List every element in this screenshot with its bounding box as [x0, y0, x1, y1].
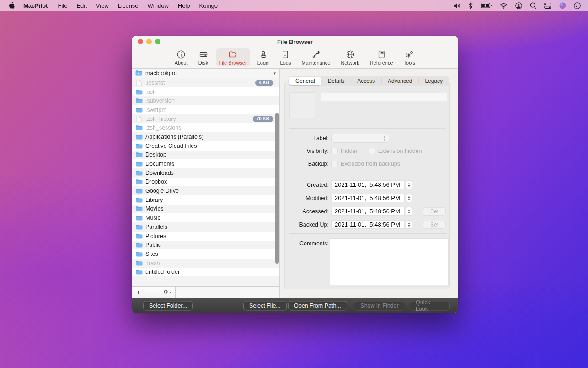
apple-menu-icon[interactable] [5, 2, 19, 9]
list-item[interactable]: Desktop [132, 151, 279, 160]
file-name: Sites [145, 251, 273, 257]
toolbar-item-tools[interactable]: Tools [401, 48, 419, 66]
list-item[interactable]: .zsh_history 70 KB [132, 114, 279, 124]
select-folder-button[interactable]: Select Folder... [143, 301, 193, 310]
close-window-button[interactable] [138, 39, 143, 44]
folder-icon [135, 197, 143, 203]
size-badge: 70 KB [253, 116, 273, 122]
list-item[interactable]: Trash [132, 259, 279, 268]
menu-item[interactable]: Window [143, 2, 173, 9]
wifi-icon[interactable] [500, 3, 508, 9]
menu-item[interactable]: MacPilot [19, 2, 53, 9]
menu-item[interactable]: Edit [72, 2, 91, 9]
toolbar-item-maintenance[interactable]: Maintenance [298, 48, 333, 66]
toolbar-item-reference[interactable]: Reference [367, 48, 396, 66]
scrollbar-thumb[interactable] [275, 113, 279, 264]
tab-advanced[interactable]: Advanced [381, 77, 418, 85]
toolbar-item-about[interactable]: About [171, 48, 191, 66]
siri-icon[interactable] [559, 2, 566, 9]
excluded-from-backups-label: Excluded from backups [341, 161, 400, 167]
tab-details[interactable]: Details [321, 77, 351, 85]
volume-selector[interactable]: macbookpro ▾ [132, 69, 279, 78]
set-accessed-button[interactable]: Set [423, 207, 446, 216]
select-file-button[interactable]: Select File... [243, 301, 287, 310]
comments-textarea[interactable] [330, 238, 449, 285]
volume-icon[interactable] [453, 3, 461, 9]
modified-date-field[interactable]: 2021-11-01, 5:48:56 PM [331, 194, 405, 202]
backup-caption: Backup: [285, 161, 329, 167]
minimize-window-button[interactable] [146, 39, 152, 44]
menu-item[interactable]: View [91, 2, 113, 9]
item-name-field[interactable] [321, 93, 448, 102]
accessed-date-field[interactable]: 2021-11-01, 5:48:56 PM [331, 207, 405, 216]
control-center-icon[interactable] [544, 3, 551, 9]
list-item[interactable]: Downloads [132, 168, 279, 178]
comments-caption: Comments: [285, 240, 329, 247]
created-date-field[interactable]: 2021-11-01, 5:48:56 PM [331, 180, 405, 189]
accessed-stepper[interactable]: ▲▼ [406, 207, 412, 216]
backed-up-stepper[interactable]: ▲▼ [406, 220, 412, 229]
toolbar-item-file-browser[interactable]: File Browser [216, 48, 250, 66]
set-backed-up-button[interactable]: Set [423, 221, 446, 229]
hidden-checkbox[interactable] [331, 148, 338, 154]
menu-item[interactable]: License [113, 2, 143, 9]
open-from-path-button[interactable]: Open From Path... [288, 301, 347, 310]
tab-legacy[interactable]: Legacy [418, 77, 449, 85]
list-item[interactable]: Creative Cloud Files [132, 141, 279, 151]
file-list: .lesshst 4 KB .ssh [132, 78, 279, 286]
list-item[interactable]: Music [132, 213, 279, 222]
chevron-down-icon: ▾ [273, 71, 276, 76]
tab-access[interactable]: Access [351, 77, 381, 85]
file-name: Pictures [145, 233, 273, 239]
list-item[interactable]: .ssh [132, 87, 279, 97]
chevron-down-icon: ▾ [169, 290, 171, 294]
file-name: Creative Cloud Files [145, 143, 273, 149]
quick-look-button[interactable]: Quick Look [410, 301, 450, 310]
list-item[interactable]: Library [132, 195, 279, 205]
extension-hidden-checkbox[interactable] [369, 148, 375, 154]
excluded-from-backups-checkbox[interactable] [331, 161, 338, 167]
list-item[interactable]: Applications (Parallels) [132, 132, 279, 141]
list-item[interactable]: Parallels [132, 222, 279, 232]
menu-item[interactable]: File [53, 2, 72, 9]
remove-button[interactable]: − [145, 287, 159, 298]
list-item[interactable]: Sites [132, 249, 279, 259]
action-menu-button[interactable]: ⚙︎▾ [159, 287, 176, 298]
menu-item[interactable]: Koingo [195, 2, 222, 9]
file-name: Google Drive [145, 188, 273, 194]
toolbar-item-login[interactable]: Login [254, 48, 273, 66]
tab-general[interactable]: General [289, 77, 321, 85]
show-in-finder-button[interactable]: Show in Finder [354, 301, 405, 310]
list-item[interactable]: Movies [132, 205, 279, 214]
open-folder-icon [228, 49, 238, 60]
list-item[interactable]: Dropbox [132, 178, 279, 187]
add-button[interactable]: + [132, 287, 145, 298]
search-icon[interactable] [530, 2, 536, 9]
modified-caption: Modified: [285, 195, 329, 201]
title-bar[interactable]: File Browser [132, 36, 458, 48]
list-item[interactable]: .swiftpm [132, 105, 279, 114]
menu-item[interactable]: Help [173, 2, 195, 9]
list-item[interactable]: .lesshst 4 KB [132, 78, 279, 87]
label-popup[interactable]: ▲▼ [331, 134, 389, 143]
user-account-icon[interactable] [515, 2, 522, 9]
clock-icon[interactable] [574, 2, 581, 9]
list-item[interactable]: Public [132, 240, 279, 249]
backed-up-date-field[interactable]: 2021-11-01, 5:48:56 PM [331, 220, 405, 229]
toolbar-item-logs[interactable]: Logs [277, 48, 294, 66]
zoom-window-button[interactable] [155, 39, 160, 44]
battery-icon[interactable] [481, 3, 492, 8]
list-item[interactable]: .subversion [132, 96, 279, 105]
toolbar-item-disk[interactable]: Disk [195, 48, 212, 66]
list-item[interactable]: Documents [132, 159, 279, 168]
file-icon [135, 80, 143, 86]
toolbar-item-network[interactable]: Network [337, 48, 362, 66]
list-item[interactable]: Google Drive [132, 186, 279, 195]
file-name: .zsh_sessions [145, 124, 273, 131]
modified-stepper[interactable]: ▲▼ [406, 194, 412, 202]
created-stepper[interactable]: ▲▼ [406, 180, 412, 189]
bluetooth-icon[interactable] [469, 2, 473, 9]
list-item[interactable]: Pictures [132, 232, 279, 241]
list-item[interactable]: .zsh_sessions [132, 123, 279, 132]
list-item[interactable]: untitled folder [132, 267, 279, 276]
